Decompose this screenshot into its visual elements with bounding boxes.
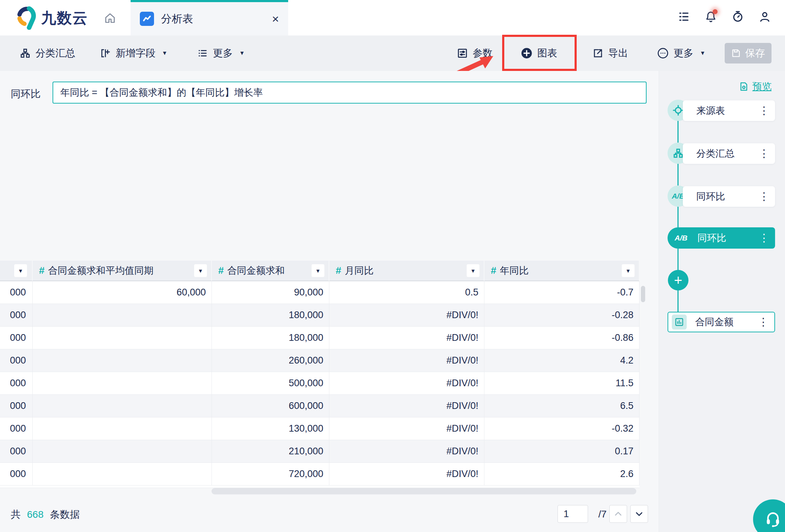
step-menu-icon[interactable]: ⋮	[759, 191, 769, 202]
table-cell: #DIV/0!	[329, 395, 484, 417]
table-cell: -0.28	[484, 304, 639, 327]
step-menu-icon[interactable]: ⋮	[758, 317, 769, 327]
numeric-field-icon: #	[491, 265, 496, 276]
formula-step-label: 同环比	[11, 87, 40, 101]
step-period-compare[interactable]: 同环比 ⋮	[683, 186, 775, 207]
table-cell: 500,000	[212, 372, 329, 395]
add-field-icon	[100, 48, 111, 59]
numeric-field-icon: #	[218, 265, 224, 276]
page-down-button[interactable]	[630, 505, 648, 523]
ellipsis-circle-icon	[657, 48, 669, 59]
table-cell: #DIV/0!	[329, 417, 484, 440]
table-cell	[33, 463, 212, 486]
step-source-table[interactable]: 来源表 ⋮	[683, 100, 775, 121]
task-list-icon[interactable]	[678, 11, 690, 23]
table-cell: 260,000	[212, 349, 329, 372]
table-cell	[33, 440, 212, 463]
table-cell	[33, 372, 212, 395]
table-cell: 2.6	[484, 463, 639, 486]
step-menu-icon[interactable]: ⋮	[759, 148, 769, 159]
column-filter-dropdown[interactable]: ▼	[622, 264, 635, 277]
column-header: # 月同比 ▼	[329, 261, 484, 281]
column-filter-dropdown[interactable]: ▼	[194, 264, 207, 277]
top-bar: 九数云 分析表 ×	[0, 0, 785, 35]
preview-icon	[739, 82, 749, 92]
table-cell: 720,000	[212, 463, 329, 486]
table-cell: -0.32	[484, 417, 639, 440]
column-filter-dropdown[interactable]: ▼	[312, 264, 324, 277]
step-contract-amount[interactable]: 合同金额 ⋮	[668, 312, 775, 332]
horizontal-scrollbar[interactable]	[212, 488, 636, 494]
brand-logo: 九数云	[16, 6, 88, 30]
step-period-compare-selected[interactable]: A/B 同环比 ⋮	[668, 227, 775, 249]
table-cell: 000	[0, 395, 33, 417]
table-cell: 000	[0, 327, 33, 349]
tab-label: 分析表	[161, 12, 272, 26]
notification-bell-icon[interactable]	[705, 11, 717, 23]
table-cell: 180,000	[212, 304, 329, 327]
table-cell	[33, 304, 212, 327]
step-menu-icon[interactable]: ⋮	[759, 233, 769, 243]
timer-icon[interactable]	[732, 11, 744, 23]
table-cell: 180,000	[212, 327, 329, 349]
plus-icon: +	[674, 272, 682, 288]
row-count-value: 668	[27, 509, 44, 520]
step-group-summary[interactable]: 分类汇总 ⋮	[683, 143, 775, 164]
brand-logo-icon	[16, 6, 37, 30]
column-filter-dropdown[interactable]: ▼	[14, 264, 27, 277]
row-count-summary: 共 668 条数据	[11, 508, 80, 521]
sitemap-icon	[673, 148, 684, 159]
table-cell: 60,000	[33, 281, 212, 304]
table-cell	[33, 417, 212, 440]
ab-ratio-icon: A/B	[675, 234, 687, 242]
table-cell: #DIV/0!	[329, 349, 484, 372]
home-icon[interactable]	[104, 12, 116, 24]
data-table: ▼ # 合同金额求和平均值同期 ▼ # 合同金额求和 ▼ # 月同比 ▼ # 年…	[0, 261, 639, 486]
tab-analysis-sheet[interactable]: 分析表 ×	[131, 0, 288, 35]
export-button[interactable]: 导出	[593, 35, 628, 71]
page-number-input[interactable]	[558, 505, 588, 523]
formula-input[interactable]	[53, 82, 647, 104]
table-cell: #DIV/0!	[329, 327, 484, 349]
table-cell: #DIV/0!	[329, 304, 484, 327]
table-cell: #DIV/0!	[329, 372, 484, 395]
add-field-button[interactable]: 新增字段 ▼	[100, 35, 168, 71]
user-icon[interactable]	[759, 11, 771, 23]
notification-dot	[713, 9, 718, 14]
table-cell: 0.17	[484, 440, 639, 463]
numeric-field-icon: #	[39, 265, 45, 276]
table-cell: 000	[0, 440, 33, 463]
table-cell: #DIV/0!	[329, 440, 484, 463]
table-cell: 000	[0, 417, 33, 440]
table-cell: 000	[0, 463, 33, 486]
tab-close-icon[interactable]: ×	[272, 13, 279, 25]
column-filter-dropdown[interactable]: ▼	[467, 264, 479, 277]
save-button[interactable]: 保存	[725, 43, 772, 63]
table-cell: 0.5	[329, 281, 484, 304]
page-total-label: /7	[598, 509, 606, 520]
table-cell: 000	[0, 349, 33, 372]
table-cell	[33, 327, 212, 349]
preview-link[interactable]: 预览	[739, 80, 772, 93]
group-summary-button[interactable]: 分类汇总	[20, 35, 75, 71]
brand-name: 九数云	[41, 8, 88, 28]
table-cell: 130,000	[212, 417, 329, 440]
step-menu-icon[interactable]: ⋮	[759, 105, 769, 116]
table-cell	[33, 395, 212, 417]
table-cell: 000	[0, 281, 33, 304]
table-cell: -0.7	[484, 281, 639, 304]
chevron-down-icon: ▼	[700, 50, 706, 56]
export-icon	[593, 48, 603, 59]
more-right-button[interactable]: 更多 ▼	[657, 35, 706, 71]
table-cell: 000	[0, 372, 33, 395]
page-up-button[interactable]	[609, 505, 627, 523]
flow-connector-line	[677, 108, 679, 323]
table-cell: 11.5	[484, 372, 639, 395]
toolbar: 分类汇总 新增字段 ▼ 更多 ▼ 参数 图表	[0, 35, 785, 71]
add-step-button[interactable]: +	[668, 270, 688, 290]
vertical-scrollbar[interactable]	[641, 286, 645, 302]
headset-icon	[763, 509, 783, 529]
more-left-button[interactable]: 更多 ▼	[197, 35, 245, 71]
table-cell: 4.2	[484, 349, 639, 372]
chevron-down-icon: ▼	[162, 50, 168, 56]
